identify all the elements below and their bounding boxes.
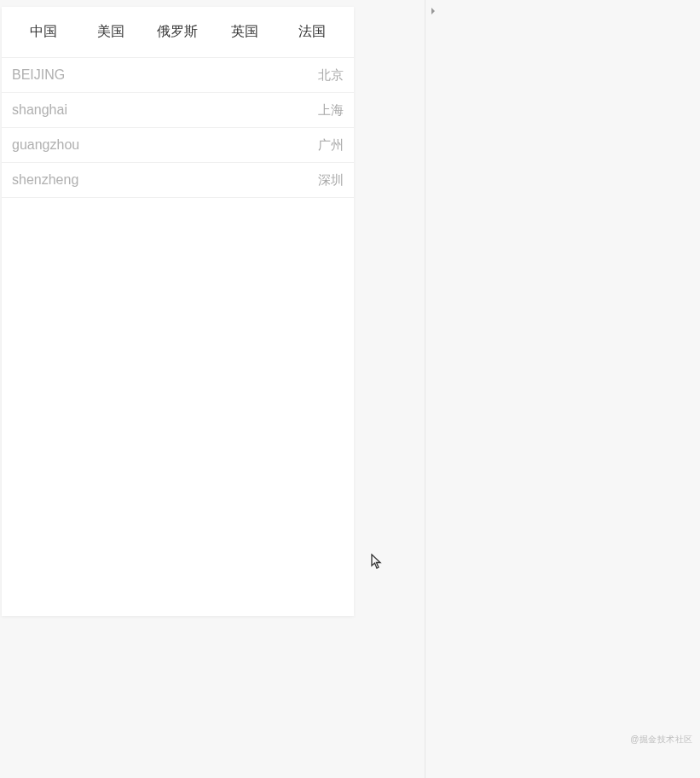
chevron-right-icon[interactable] bbox=[426, 4, 440, 18]
tab-russia[interactable]: 俄罗斯 bbox=[144, 23, 211, 41]
list-item-shenzhen[interactable]: shenzheng 深圳 bbox=[2, 163, 354, 198]
tab-france[interactable]: 法国 bbox=[278, 23, 345, 41]
vertical-divider bbox=[425, 0, 425, 778]
list-item-shanghai[interactable]: shanghai 上海 bbox=[2, 93, 354, 128]
city-list: BEIJING 北京 shanghai 上海 guangzhou 广州 shen… bbox=[2, 58, 354, 198]
city-code: shanghai bbox=[12, 102, 67, 118]
city-name: 上海 bbox=[318, 102, 344, 119]
cursor-icon bbox=[371, 554, 385, 571]
list-item-beijing[interactable]: BEIJING 北京 bbox=[2, 58, 354, 93]
tab-uk[interactable]: 英国 bbox=[211, 23, 279, 41]
city-name: 北京 bbox=[318, 67, 344, 84]
city-code: shenzheng bbox=[12, 172, 78, 188]
tab-china[interactable]: 中国 bbox=[10, 23, 78, 41]
watermark-text: @掘金技术社区 bbox=[630, 734, 693, 746]
city-name: 广州 bbox=[318, 137, 344, 154]
list-item-guangzhou[interactable]: guangzhou 广州 bbox=[2, 128, 354, 163]
main-panel: 中国 美国 俄罗斯 英国 法国 BEIJING 北京 shanghai 上海 g… bbox=[2, 7, 354, 616]
tab-bar: 中国 美国 俄罗斯 英国 法国 bbox=[2, 7, 354, 58]
city-name: 深圳 bbox=[318, 172, 344, 189]
tab-usa[interactable]: 美国 bbox=[78, 23, 145, 41]
city-code: BEIJING bbox=[12, 67, 65, 83]
city-code: guangzhou bbox=[12, 137, 79, 153]
